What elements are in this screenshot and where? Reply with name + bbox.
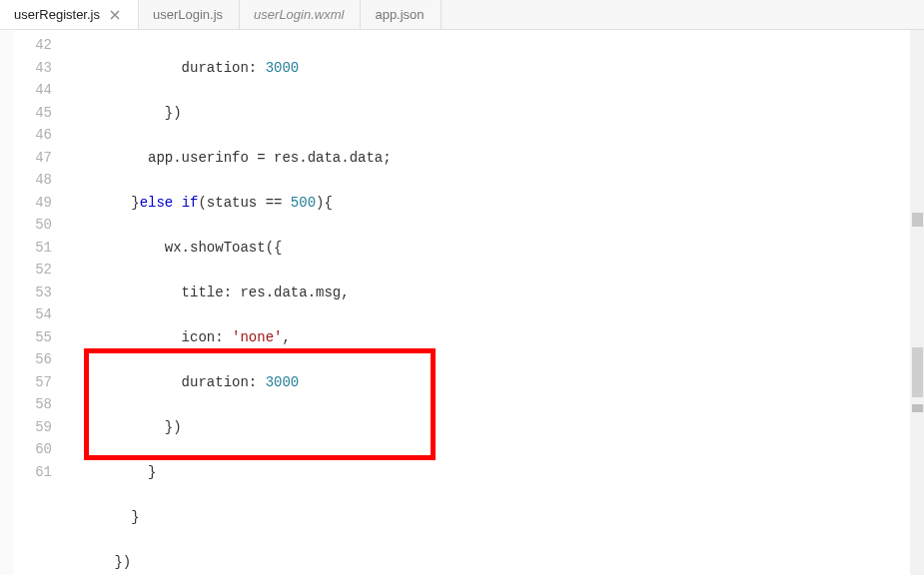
line-number: 45: [14, 102, 52, 125]
line-number: 49: [14, 192, 52, 215]
line-number: 44: [14, 79, 52, 102]
line-number: 60: [14, 438, 52, 461]
code-line: wx.showToast({: [64, 237, 910, 260]
line-number: 52: [14, 259, 52, 282]
code-line: duration: 3000: [64, 371, 910, 394]
line-number: 56: [14, 348, 52, 371]
line-number-gutter: 4243444546474849505152535455565758596061: [14, 30, 60, 575]
tab-label: userRegister.js: [14, 7, 100, 22]
tab-bar: userRegister.js userLogin.js userLogin.w…: [0, 0, 924, 30]
line-number: 55: [14, 326, 52, 349]
code-line: }): [64, 102, 910, 125]
editor-left-margin: [0, 30, 14, 575]
line-number: 43: [14, 57, 52, 80]
close-icon[interactable]: [108, 8, 122, 22]
minimap[interactable]: [910, 30, 924, 575]
code-line: }: [64, 461, 910, 484]
line-number: 53: [14, 282, 52, 304]
tab-label: userLogin.js: [153, 7, 223, 22]
scrollbar-thumb[interactable]: [912, 347, 923, 397]
code-area[interactable]: duration: 3000 }) app.userinfo = res.dat…: [60, 30, 910, 575]
code-line: title: res.data.msg,: [64, 282, 910, 304]
scrollbar-marker[interactable]: [912, 213, 923, 227]
tab-label: app.json: [375, 7, 424, 22]
tab-label: userLogin.wxml: [254, 7, 344, 22]
tab-user-login-js[interactable]: userLogin.js: [139, 0, 240, 29]
code-line: icon: 'none',: [64, 326, 910, 349]
code-line: duration: 3000: [64, 57, 910, 80]
code-editor: 4243444546474849505152535455565758596061…: [0, 30, 924, 575]
tab-user-login-wxml[interactable]: userLogin.wxml: [240, 0, 361, 29]
code-line: }): [64, 416, 910, 439]
code-line: }: [64, 506, 910, 529]
line-number: 47: [14, 147, 52, 170]
line-number: 59: [14, 416, 52, 439]
tab-app-json[interactable]: app.json: [361, 0, 441, 29]
line-number: 46: [14, 124, 52, 147]
line-number: 42: [14, 34, 52, 57]
line-number: 58: [14, 393, 52, 416]
line-number: 57: [14, 371, 52, 394]
scrollbar-marker[interactable]: [912, 404, 923, 412]
line-number: 50: [14, 214, 52, 237]
tab-user-register-js[interactable]: userRegister.js: [0, 0, 139, 29]
code-line: }): [64, 551, 910, 574]
code-line: }else if(status == 500){: [64, 192, 910, 215]
line-number: 54: [14, 303, 52, 326]
line-number: 48: [14, 169, 52, 192]
code-line: app.userinfo = res.data.data;: [64, 147, 910, 170]
line-number: 61: [14, 461, 52, 484]
line-number: 51: [14, 237, 52, 260]
